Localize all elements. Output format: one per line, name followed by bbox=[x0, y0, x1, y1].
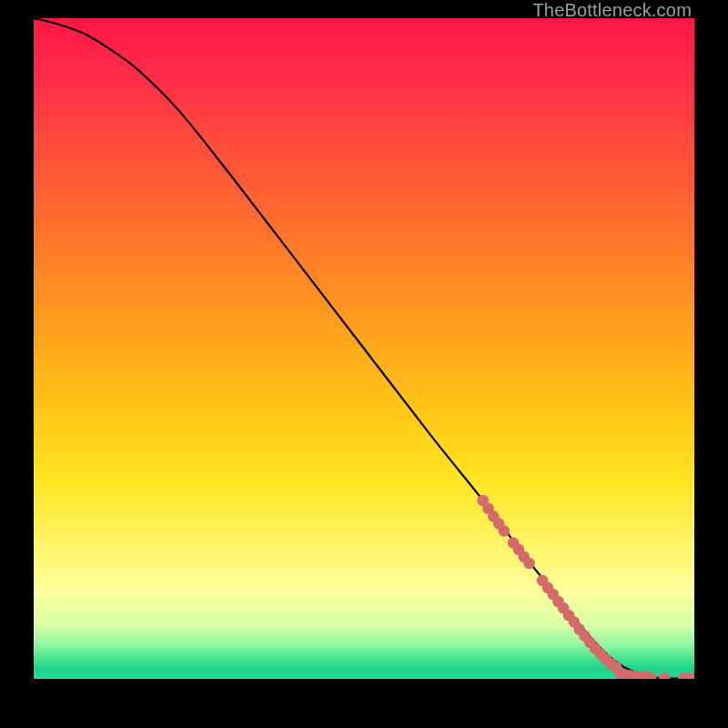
chart-overlay-svg bbox=[34, 18, 694, 679]
highlight-dot bbox=[523, 558, 535, 570]
highlight-dot bbox=[499, 525, 511, 537]
highlight-dot bbox=[659, 672, 671, 679]
plot-area bbox=[34, 18, 694, 679]
highlight-dots bbox=[477, 495, 694, 679]
bottleneck-curve bbox=[34, 18, 694, 679]
outer-black-frame: TheBottleneck.com bbox=[0, 0, 728, 728]
